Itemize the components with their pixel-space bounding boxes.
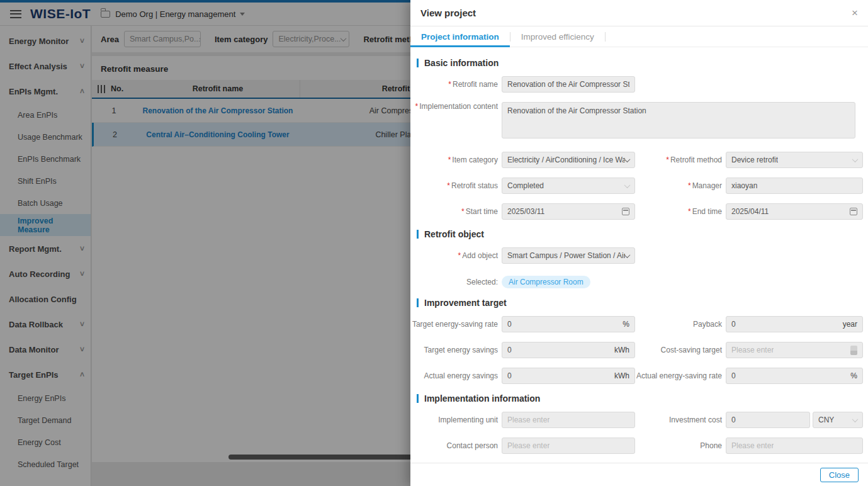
- section-accent-bar: [417, 298, 419, 307]
- start-time-picker[interactable]: 2025/03/11: [502, 203, 635, 220]
- currency-select[interactable]: CNY: [813, 412, 863, 428]
- tab-improved-efficiency[interactable]: Improved efficiency: [510, 26, 605, 47]
- contact-person-label: Contact person: [410, 441, 502, 450]
- section-accent-bar: [417, 394, 419, 403]
- drawer-tabs: Project information Improved efficiency: [410, 26, 868, 47]
- payback-label: Payback: [635, 320, 726, 329]
- drawer-footer: Close: [410, 463, 868, 486]
- investment-cost-label: Investment cost: [635, 415, 726, 424]
- contact-person-field[interactable]: Please enter: [502, 438, 635, 454]
- end-time-picker[interactable]: 2025/04/11: [726, 203, 863, 220]
- section-accent-bar: [417, 230, 419, 239]
- start-time-label: *Start time: [410, 207, 502, 216]
- selected-label: Selected:: [410, 278, 502, 286]
- retrofit-name-label: *Retrofit name: [410, 80, 502, 89]
- close-icon[interactable]: ×: [852, 8, 858, 18]
- target-savings-label: Target energy savings: [410, 346, 502, 354]
- number-stepper-icon: [850, 346, 857, 355]
- chevron-down-icon: [852, 156, 859, 162]
- section-retrofit-object: Retrofit object: [417, 229, 863, 239]
- implementation-content-field[interactable]: Renovation of the Air Compressor Station: [502, 102, 855, 138]
- actual-rate-field[interactable]: 0%: [726, 368, 863, 384]
- phone-label: Phone: [635, 441, 726, 450]
- add-object-label: *Add object: [410, 251, 502, 260]
- tab-project-information[interactable]: Project information: [410, 26, 510, 47]
- retrofit-status-select[interactable]: Completed: [502, 178, 635, 194]
- manager-label: *Manager: [635, 181, 726, 190]
- drawer-header: View project ×: [410, 0, 868, 26]
- implementation-content-label: *Implementation content: [410, 102, 502, 111]
- retrofit-method-select[interactable]: Device retrofit: [726, 152, 863, 168]
- item-category-label: *Item category: [410, 155, 502, 164]
- chevron-down-icon: [852, 416, 859, 422]
- cost-saving-target-label: Cost-saving target: [635, 346, 726, 354]
- target-savings-field[interactable]: 0kWh: [502, 342, 635, 358]
- retrofit-method-label: *Retrofit method: [635, 155, 726, 164]
- actual-savings-field[interactable]: 0kWh: [502, 368, 635, 384]
- item-category-select[interactable]: Electricity / AirConditioning / Ice Wate…: [502, 152, 635, 168]
- retrofit-status-label: *Retrofit status: [410, 181, 502, 190]
- target-rate-field[interactable]: 0%: [502, 316, 635, 332]
- section-basic-information: Basic information: [417, 58, 863, 68]
- close-button[interactable]: Close: [820, 468, 859, 482]
- target-rate-label: Target energy-saving rate: [410, 320, 502, 329]
- end-time-label: *End time: [635, 207, 726, 216]
- chevron-down-icon: [624, 156, 631, 162]
- phone-field[interactable]: Please enter: [726, 438, 863, 454]
- actual-savings-label: Actual energy savings: [410, 371, 502, 380]
- implementing-unit-field[interactable]: Please enter: [502, 412, 635, 428]
- selected-object-tag[interactable]: Air Compressor Room: [502, 276, 590, 288]
- investment-cost-field[interactable]: 0: [726, 412, 810, 428]
- implementing-unit-label: Implementing unit: [410, 415, 502, 424]
- section-improvement-target: Improvement target: [417, 298, 863, 308]
- manager-field[interactable]: xiaoyan: [726, 178, 863, 194]
- calendar-icon: [622, 208, 629, 215]
- actual-rate-label: Actual energy-saving rate: [635, 371, 726, 380]
- payback-field[interactable]: 0year: [726, 316, 863, 332]
- modal-backdrop[interactable]: [0, 0, 410, 486]
- retrofit-name-field[interactable]: Renovation of the Air Compressor Station: [502, 76, 635, 93]
- section-accent-bar: [417, 59, 419, 67]
- calendar-icon: [850, 208, 857, 215]
- cost-saving-target-field[interactable]: Please enter: [726, 342, 863, 358]
- drawer-title: View project: [420, 8, 476, 18]
- chevron-down-icon: [624, 252, 631, 258]
- tab-divider: [605, 32, 606, 42]
- add-object-select[interactable]: Smart Campus / Power Station / Air C...: [502, 247, 635, 264]
- section-implementation-information: Implementation information: [417, 393, 863, 404]
- drawer-body: Basic information *Retrofit name Renovat…: [410, 47, 868, 463]
- chevron-down-icon: [624, 182, 631, 188]
- view-project-drawer: View project × Project information Impro…: [410, 0, 868, 486]
